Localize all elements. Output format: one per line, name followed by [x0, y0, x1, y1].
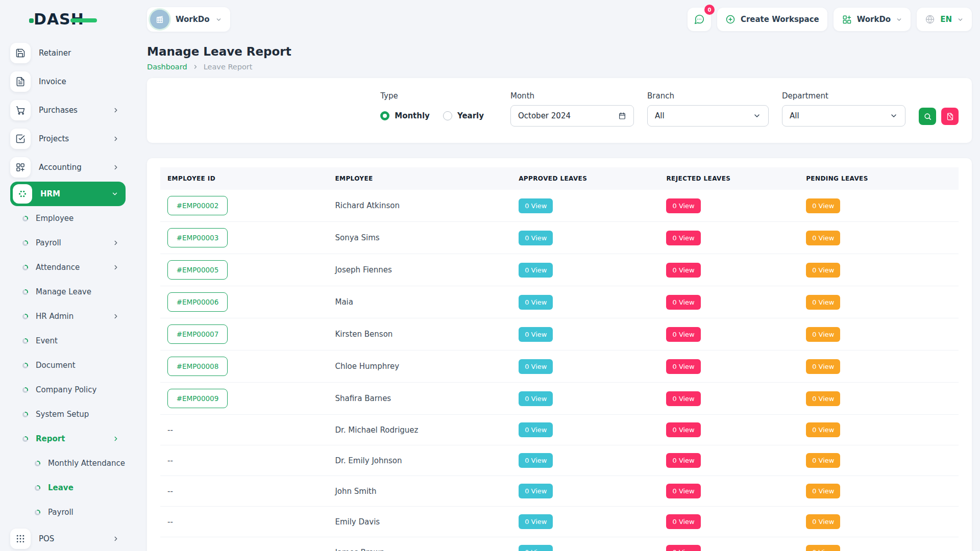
- rejected-leaves-badge[interactable]: 0 View: [666, 453, 700, 468]
- sidebar-item-purchases[interactable]: Purchases: [10, 96, 126, 124]
- yearly-radio-label[interactable]: Yearly: [457, 111, 484, 120]
- sidebar-item-accounting[interactable]: Accounting: [10, 153, 126, 182]
- sidebar-item-report[interactable]: Report: [10, 427, 126, 451]
- pending-leaves-badge[interactable]: 0 View: [806, 391, 840, 406]
- table-body: #EMP00002Richard Atkinson0 View0 View0 V…: [160, 190, 959, 551]
- employee-id-button[interactable]: #EMP00003: [167, 228, 228, 247]
- rejected-leaves-badge[interactable]: 0 View: [666, 327, 700, 342]
- workspace-selector[interactable]: WorkDo: [147, 7, 230, 32]
- employee-name: Sonya Sims: [335, 233, 379, 242]
- employee-id-button[interactable]: #EMP00002: [167, 196, 228, 215]
- sidebar-item-company-policy[interactable]: Company Policy: [10, 378, 126, 402]
- sidebar-item-document[interactable]: Document: [10, 353, 126, 378]
- message-count-badge: 0: [704, 5, 715, 15]
- rejected-leaves-badge[interactable]: 0 View: [666, 198, 700, 213]
- sidebar-item-attendance[interactable]: Attendance: [10, 255, 126, 280]
- approved-leaves-badge[interactable]: 0 View: [519, 453, 553, 468]
- table-row: #EMP00006Maia0 View0 View0 View: [160, 286, 959, 318]
- rejected-leaves-badge[interactable]: 0 View: [666, 359, 700, 374]
- bullet-icon: [35, 485, 40, 491]
- search-icon: [923, 112, 932, 121]
- sidebar-item-invoice[interactable]: Invoice: [10, 67, 126, 96]
- employee-id-button[interactable]: #EMP00007: [167, 324, 228, 344]
- pending-leaves-badge[interactable]: 0 View: [806, 484, 840, 498]
- approved-leaves-badge[interactable]: 0 View: [519, 327, 553, 342]
- rejected-leaves-badge[interactable]: 0 View: [666, 391, 700, 406]
- chevron-down-icon: [215, 16, 222, 23]
- sidebar-item-manage-leave[interactable]: Manage Leave: [10, 280, 126, 304]
- pending-leaves-badge[interactable]: 0 View: [806, 263, 840, 278]
- approved-leaves-badge[interactable]: 0 View: [519, 231, 553, 245]
- rejected-leaves-badge[interactable]: 0 View: [666, 514, 700, 529]
- sidebar-item-leave[interactable]: Leave: [10, 475, 126, 500]
- approved-leaves-badge[interactable]: 0 View: [519, 391, 553, 406]
- sidebar-item-retainer[interactable]: Retainer: [10, 39, 126, 67]
- employee-id-button[interactable]: #EMP00005: [167, 260, 228, 280]
- reset-filter-button[interactable]: [941, 108, 959, 125]
- employee-id-button[interactable]: #EMP00009: [167, 389, 228, 408]
- app-logo[interactable]: DASH: [10, 7, 129, 33]
- approved-leaves-badge[interactable]: 0 View: [519, 514, 553, 529]
- search-button[interactable]: [919, 108, 936, 125]
- yearly-radio[interactable]: [443, 111, 452, 120]
- approved-leaves-badge[interactable]: 0 View: [519, 359, 553, 374]
- rejected-leaves-badge[interactable]: 0 View: [666, 484, 700, 498]
- pending-leaves-badge[interactable]: 0 View: [806, 231, 840, 245]
- approved-leaves-badge[interactable]: 0 View: [519, 545, 553, 551]
- rejected-leaves-badge[interactable]: 0 View: [666, 545, 700, 551]
- sidebar-item-payroll[interactable]: Payroll: [10, 231, 126, 255]
- type-label: Type: [380, 91, 497, 101]
- pending-leaves-badge[interactable]: 0 View: [806, 422, 840, 437]
- month-input[interactable]: October 2024: [510, 105, 634, 127]
- sidebar-item-hr-admin[interactable]: HR Admin: [10, 304, 126, 329]
- branch-select[interactable]: All: [647, 105, 769, 127]
- approved-leaves-badge[interactable]: 0 View: [519, 263, 553, 278]
- sidebar-item-employee[interactable]: Employee: [10, 206, 126, 231]
- table-row: #EMP00002Richard Atkinson0 View0 View0 V…: [160, 190, 959, 222]
- breadcrumb-current: Leave Report: [204, 63, 253, 71]
- sidebar-item-hrm[interactable]: HRM: [10, 182, 126, 206]
- breadcrumb-dashboard-link[interactable]: Dashboard: [147, 63, 187, 71]
- approved-leaves-badge[interactable]: 0 View: [519, 484, 553, 498]
- approved-leaves-badge[interactable]: 0 View: [519, 295, 553, 310]
- sidebar-item-event[interactable]: Event: [10, 329, 126, 353]
- app-switcher-button[interactable]: WorkDo: [834, 8, 911, 31]
- rejected-leaves-badge[interactable]: 0 View: [666, 422, 700, 437]
- employee-id-empty: --: [167, 425, 173, 435]
- employee-id-button[interactable]: #EMP00006: [167, 292, 228, 312]
- pending-leaves-badge[interactable]: 0 View: [806, 359, 840, 374]
- messenger-button[interactable]: 0: [688, 8, 711, 31]
- sidebar-item-payroll-report[interactable]: Payroll: [10, 500, 126, 524]
- pending-leaves-badge[interactable]: 0 View: [806, 453, 840, 468]
- bullet-icon: [35, 510, 40, 515]
- approved-leaves-badge[interactable]: 0 View: [519, 422, 553, 437]
- branch-label: Branch: [647, 91, 769, 101]
- monthly-radio-label[interactable]: Monthly: [395, 111, 430, 120]
- employee-id-empty: --: [167, 456, 173, 465]
- approved-leaves-badge[interactable]: 0 View: [519, 198, 553, 213]
- sidebar-item-monthly-attendance[interactable]: Monthly Attendance: [10, 451, 126, 475]
- employee-name: Maia: [335, 297, 353, 307]
- department-select[interactable]: All: [782, 105, 905, 127]
- sidebar-item-pos[interactable]: POS: [10, 524, 126, 551]
- table-row: #EMP00003Sonya Sims0 View0 View0 View: [160, 222, 959, 254]
- pending-leaves-badge[interactable]: 0 View: [806, 327, 840, 342]
- pending-leaves-badge[interactable]: 0 View: [806, 514, 840, 529]
- rejected-leaves-badge[interactable]: 0 View: [666, 231, 700, 245]
- sidebar-item-projects[interactable]: Projects: [10, 124, 126, 153]
- create-workspace-button[interactable]: Create Workspace: [717, 8, 827, 31]
- pending-leaves-badge[interactable]: 0 View: [806, 198, 840, 213]
- rejected-leaves-badge[interactable]: 0 View: [666, 263, 700, 278]
- chevron-right-icon: [112, 107, 119, 114]
- language-selector[interactable]: EN: [917, 8, 972, 31]
- projects-icon: [10, 129, 31, 149]
- employee-name: Dr. Emily Johnson: [335, 456, 402, 465]
- employee-id-button[interactable]: #EMP00008: [167, 357, 228, 376]
- rejected-leaves-badge[interactable]: 0 View: [666, 295, 700, 310]
- pending-leaves-badge[interactable]: 0 View: [806, 545, 840, 551]
- sidebar-item-system-setup[interactable]: System Setup: [10, 402, 126, 427]
- pending-leaves-badge[interactable]: 0 View: [806, 295, 840, 310]
- monthly-radio[interactable]: [380, 111, 389, 120]
- pos-icon: [10, 529, 31, 549]
- table-row: #EMP00009Shafira Barnes0 View0 View0 Vie…: [160, 383, 959, 415]
